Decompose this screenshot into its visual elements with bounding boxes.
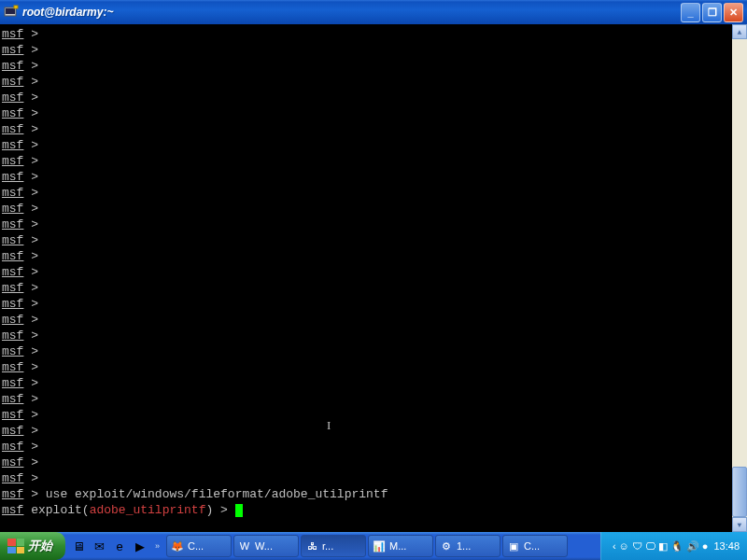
text-cursor-icon: I [327,417,329,430]
window-controls: _ ❐ ✕ [681,3,743,22]
scrollbar[interactable]: ▲ ▼ [732,24,747,532]
taskbar: 开始 🖥✉e▶» 🦊C...WW...🖧r...📊M...⚙1...▣C... … [0,532,747,560]
app2-task-icon: ⚙ [440,539,453,553]
word-task-icon: W [238,539,251,553]
scroll-up-button[interactable]: ▲ [732,24,747,39]
outlook-icon[interactable]: ✉ [90,535,108,557]
close-button[interactable]: ✕ [724,3,743,22]
ie-icon[interactable]: e [110,535,129,557]
firefox-task-icon: 🦊 [171,539,184,553]
scroll-down-button[interactable]: ▼ [732,517,747,532]
putty-task[interactable]: 🖧r... [301,535,366,557]
console-task[interactable]: ▣C... [502,535,568,557]
start-label: 开始 [28,538,52,554]
putty-icon [4,5,19,20]
quicklaunch-overflow-icon[interactable]: » [151,541,161,551]
quicklaunch-bar: 🖥✉e▶» [65,532,164,560]
taskbar-tasks: 🦊C...WW...🖧r...📊M...⚙1...▣C... [164,532,600,560]
window-title: root@birdarmy:~ [22,6,681,19]
player-icon[interactable]: ▶ [131,535,149,557]
alert-icon[interactable]: ● [702,535,709,557]
clock: 13:48 [713,540,740,552]
firefox-task[interactable]: 🦊C... [166,535,232,557]
maximize-button[interactable]: ❐ [702,3,722,22]
app1-task[interactable]: 📊M... [368,535,433,557]
terminal-area[interactable]: msf > msf > msf > msf > msf > msf > msf … [0,24,747,532]
show-desktop-icon[interactable]: 🖥 [69,535,88,557]
chevron-left-icon[interactable]: ‹ [613,535,616,557]
qq-icon[interactable]: 🐧 [670,535,684,557]
app1-task-icon: 📊 [373,539,386,553]
minimize-button[interactable]: _ [681,3,700,22]
system-tray: ‹☺🛡🖵◧🐧🔊●13:48 [600,532,747,560]
volume-icon[interactable]: 🔊 [686,535,699,557]
svg-rect-2 [14,6,18,8]
word-task[interactable]: WW... [233,535,299,557]
net-icon[interactable]: ◧ [658,535,668,557]
terminal-output: msf > msf > msf > msf > msf > msf > msf … [2,26,747,518]
start-button[interactable]: 开始 [0,532,65,560]
im-icon[interactable]: ☺ [619,535,629,557]
window-titlebar: root@birdarmy:~ _ ❐ ✕ [0,0,747,24]
scroll-thumb[interactable] [732,467,747,517]
display-icon[interactable]: 🖵 [645,535,655,557]
putty-task-icon: 🖧 [305,539,318,553]
app2-task[interactable]: ⚙1... [435,535,500,557]
svg-rect-1 [6,8,15,14]
shield-icon[interactable]: 🛡 [632,535,642,557]
console-task-icon: ▣ [507,539,520,553]
terminal-cursor [235,504,243,517]
windows-logo-icon [7,539,24,553]
